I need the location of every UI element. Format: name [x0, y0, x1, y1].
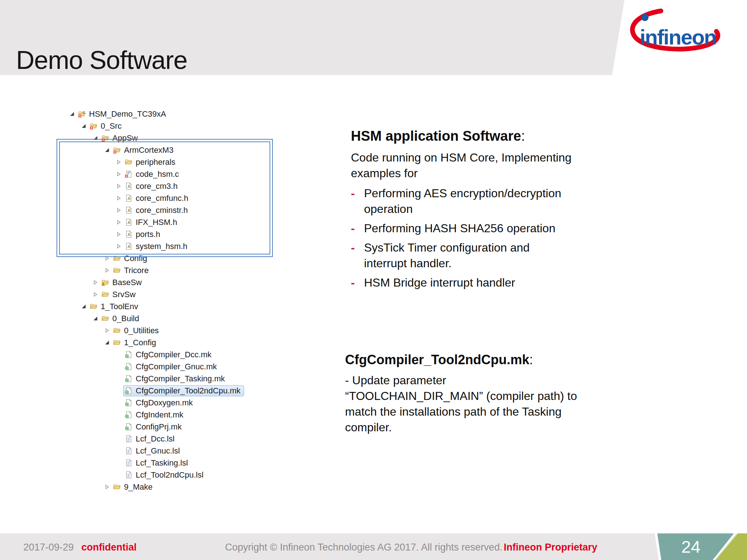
tree-row[interactable]: peripherals — [69, 156, 244, 168]
tree-row[interactable]: Tricore — [69, 264, 244, 276]
collapse-arrow-icon[interactable] — [92, 291, 99, 298]
tree-row[interactable]: .hports.h — [69, 228, 244, 240]
expand-arrow-icon[interactable] — [92, 135, 99, 141]
tree-row[interactable]: Lcf_Dcc.lsl — [69, 433, 244, 445]
tree-row[interactable]: Config — [69, 252, 244, 264]
folder-conflict-icon — [113, 146, 121, 154]
folder-icon — [101, 315, 109, 322]
bullet-dash: - — [351, 221, 364, 236]
folder-icon — [101, 291, 109, 298]
collapse-arrow-icon[interactable] — [104, 483, 111, 490]
tree-row-label: ports.h — [136, 230, 160, 239]
collapse-arrow-icon[interactable] — [115, 231, 122, 238]
tree-row[interactable]: Lcf_Gnuc.lsl — [69, 445, 244, 457]
c-project-icon: C — [78, 110, 86, 118]
tree-row[interactable]: SrvSw — [69, 288, 244, 300]
tree-row[interactable]: .hsystem_hsm.h — [69, 240, 244, 252]
arrow-spacer — [115, 459, 122, 466]
section-hsm-application: HSM application Software: Code running o… — [351, 128, 606, 291]
folder-warning-icon — [101, 279, 109, 286]
svg-text:.h: .h — [127, 233, 131, 237]
infineon-logo: infineon — [624, 6, 730, 57]
project-explorer-tree: CHSM_Demo_TC39xA0_SrcAppSwArmCortexM3per… — [69, 108, 244, 493]
h-file-icon: .h — [125, 218, 132, 226]
tree-row[interactable]: ConfigPrj.mk — [69, 421, 244, 433]
collapse-arrow-icon[interactable] — [115, 207, 122, 214]
section2-heading: CfgCompiler_Tool2ndCpu.mk: — [345, 352, 637, 368]
h-file-icon: .h — [125, 230, 132, 238]
arrow-spacer — [115, 375, 122, 382]
svg-text:.h: .h — [127, 197, 131, 201]
collapse-arrow-icon[interactable] — [115, 195, 122, 202]
tree-row[interactable]: CfgIndent.mk — [69, 409, 244, 421]
expand-arrow-icon[interactable] — [80, 303, 87, 310]
folder-conflict-icon — [90, 122, 97, 130]
tree-row[interactable]: 0_Build — [69, 312, 244, 324]
collapse-arrow-icon[interactable] — [92, 279, 99, 286]
text-file-icon — [125, 447, 132, 455]
tree-row[interactable]: AppSw — [69, 132, 244, 144]
tree-row[interactable]: 1_ToolEnv — [69, 300, 244, 312]
tree-row[interactable]: 1_Config — [69, 337, 244, 349]
collapse-arrow-icon[interactable] — [115, 219, 122, 226]
collapse-arrow-icon[interactable] — [115, 243, 122, 250]
svg-text:.h: .h — [127, 221, 131, 225]
tree-row[interactable]: BaseSw — [69, 276, 244, 288]
tree-row[interactable]: CfgCompiler_Tool2ndCpu.mk — [69, 385, 244, 397]
tree-row[interactable]: CfgCompiler_Dcc.mk — [69, 349, 244, 361]
page-title: Demo Software — [16, 47, 187, 73]
tree-row[interactable]: .hcore_cmfunc.h — [69, 192, 244, 204]
selected-row-highlight[interactable]: CfgCompiler_Tool2ndCpu.mk — [123, 385, 244, 396]
arrow-spacer — [115, 351, 122, 358]
tree-row[interactable]: CHSM_Demo_TC39xA — [69, 108, 244, 120]
collapse-arrow-icon[interactable] — [104, 327, 111, 334]
collapse-arrow-icon[interactable] — [104, 255, 111, 262]
expand-arrow-icon[interactable] — [80, 122, 87, 129]
c-file-conflict-icon: c — [125, 170, 132, 178]
collapse-arrow-icon[interactable] — [115, 171, 122, 178]
bullet-dash: - — [351, 240, 364, 271]
collapse-arrow-icon[interactable] — [104, 267, 111, 274]
tree-row-label: IFX_HSM.h — [136, 218, 177, 227]
tree-row-label: 9_Make — [124, 482, 152, 492]
bullet-item: -HSM Bridge interrupt handler — [351, 275, 606, 291]
makefile-icon — [125, 363, 132, 370]
svg-text:.h: .h — [127, 209, 131, 213]
tree-row-label: ConfigPrj.mk — [136, 422, 182, 432]
tree-row[interactable]: 0_Src — [69, 120, 244, 132]
folder-icon — [125, 158, 132, 166]
section1-heading: HSM application Software: — [351, 128, 606, 144]
tree-row[interactable]: 0_Utilities — [69, 324, 244, 337]
tree-row[interactable]: CfgCompiler_Gnuc.mk — [69, 361, 244, 373]
tree-row[interactable]: .hIFX_HSM.h — [69, 216, 244, 228]
makefile-icon — [125, 375, 132, 382]
collapse-arrow-icon[interactable] — [115, 159, 122, 166]
tree-row[interactable]: Lcf_Tasking.lsl — [69, 457, 244, 469]
tree-row-label: core_cminstr.h — [136, 206, 188, 215]
makefile-icon — [125, 399, 132, 407]
tree-row-label: Tricore — [124, 266, 149, 275]
expand-arrow-icon[interactable] — [104, 339, 111, 346]
tree-row[interactable]: ccode_hsm.c — [69, 168, 244, 180]
tree-row[interactable]: CfgCompiler_Tasking.mk — [69, 373, 244, 385]
tree-row-label: CfgCompiler_Tool2ndCpu.mk — [136, 386, 240, 396]
expand-arrow-icon[interactable] — [104, 147, 111, 153]
bullet-text: SysTick Timer configuration andinterrupt… — [364, 240, 530, 271]
expand-arrow-icon[interactable] — [92, 315, 99, 322]
arrow-spacer — [115, 435, 122, 442]
tree-row[interactable]: CfgDoxygen.mk — [69, 397, 244, 409]
tree-row[interactable]: 9_Make — [69, 481, 244, 493]
tree-row-label: Config — [124, 254, 147, 263]
expand-arrow-icon[interactable] — [69, 110, 76, 117]
tree-row-label: HSM_Demo_TC39xA — [89, 109, 166, 119]
collapse-arrow-icon[interactable] — [115, 183, 122, 190]
bullet-item: -SysTick Timer configuration andinterrup… — [351, 240, 606, 271]
makefile-icon — [125, 423, 132, 431]
h-file-icon: .h — [125, 194, 132, 202]
footer-classification: confidential — [81, 542, 137, 553]
tree-row[interactable]: ArmCortexM3 — [69, 144, 244, 156]
tree-row[interactable]: .hcore_cm3.h — [69, 180, 244, 192]
tree-row[interactable]: Lcf_Tool2ndCpu.lsl — [69, 469, 244, 481]
tree-row[interactable]: .hcore_cminstr.h — [69, 204, 244, 216]
page-number: 24 — [681, 537, 700, 557]
